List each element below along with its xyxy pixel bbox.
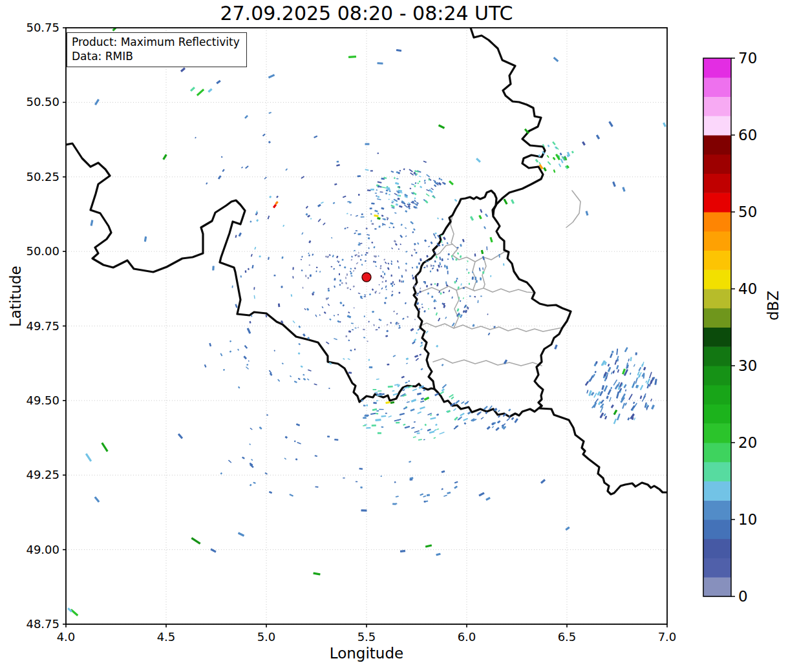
x-axis-label: Longitude <box>66 645 667 662</box>
colorbar-segment <box>703 269 731 289</box>
y-tick-label: 49.25 <box>26 468 59 481</box>
colorbar-segment <box>703 346 731 366</box>
colorbar-segment <box>703 443 731 462</box>
colorbar-segment <box>703 135 731 154</box>
y-tick-label: 49.75 <box>26 319 59 333</box>
colorbar-segment <box>703 481 731 501</box>
colorbar-segment <box>703 174 731 193</box>
colorbar-segment <box>703 500 731 520</box>
colorbar-segment <box>703 423 731 443</box>
notable-echoes <box>67 26 666 616</box>
country-border <box>414 191 571 417</box>
colorbar-tick-label: 40 <box>738 280 757 297</box>
east-cluster <box>585 347 657 424</box>
colorbar-segment <box>703 251 731 270</box>
y-tick-label: 50.25 <box>26 170 59 184</box>
colorbar-tick-label: 20 <box>738 434 757 451</box>
colorbar-segment <box>703 328 731 347</box>
district-borders <box>414 191 580 366</box>
colorbar-segment <box>703 558 731 578</box>
x-tick-label: 7.0 <box>658 630 677 644</box>
district-border <box>451 215 454 244</box>
colorbar-tick-label: 10 <box>738 511 757 528</box>
x-tick-label: 5.0 <box>257 630 276 644</box>
colorbar-segment <box>703 58 731 78</box>
colorbar-segment <box>703 116 731 135</box>
colorbar-tick-label: 30 <box>738 357 757 374</box>
nne-cluster <box>370 169 444 209</box>
colorbar-segment <box>703 404 731 424</box>
colorbar-tick-label: 60 <box>738 127 757 143</box>
grid-layer <box>66 28 667 624</box>
wsw-arc <box>204 341 306 389</box>
x-tick-labels: 4.04.55.05.56.06.57.0 <box>57 624 677 644</box>
radar-mid-field <box>232 152 505 391</box>
nw-sparse <box>195 112 317 185</box>
colorbar-segment <box>703 193 731 212</box>
colorbar-tick-label: 50 <box>738 204 757 220</box>
x-tick-label: 5.5 <box>357 630 376 644</box>
y-tick-label: 50.75 <box>26 21 59 34</box>
colorbar-segment <box>703 366 731 385</box>
colorbar-segment <box>703 577 731 596</box>
district-border <box>566 191 580 227</box>
colorbar-segment <box>703 78 731 97</box>
product-info-line: Product: Maximum Reflectivity <box>72 35 240 49</box>
district-border <box>419 323 562 331</box>
north-cluster <box>347 189 414 238</box>
colorbar-segment <box>703 308 731 328</box>
district-border <box>433 359 542 366</box>
radar-site-marker <box>362 273 371 282</box>
axes-layer: 4.04.55.05.56.06.57.048.7549.0049.2549.5… <box>26 21 676 644</box>
figure-title: 27.09.2025 08:20 - 08:24 UTC <box>66 3 667 25</box>
south-cluster <box>361 382 469 441</box>
s-far-sparse <box>356 461 458 505</box>
colorbar-segment <box>703 385 731 404</box>
y-tick-label: 48.75 <box>26 617 59 631</box>
colorbar-segment <box>703 97 731 116</box>
colorbar: 010203040506070 <box>703 50 757 605</box>
colorbar-segment <box>703 212 731 231</box>
colorbar-tick-labels: 010203040506070 <box>731 50 757 605</box>
colorbar-segment <box>703 154 731 174</box>
ssw-sparse <box>220 414 345 497</box>
country-border <box>471 28 545 215</box>
y-tick-label: 50.50 <box>26 95 59 109</box>
colorbar-tick-label: 0 <box>738 588 748 605</box>
y-tick-label: 50.00 <box>26 244 59 258</box>
x-tick-label: 6.0 <box>458 630 476 644</box>
data-source-line: Data: RMIB <box>72 49 240 63</box>
colorbar-segment <box>703 231 731 251</box>
colorbar-segment <box>703 539 731 558</box>
colorbar-segment <box>703 289 731 308</box>
x-tick-label: 6.5 <box>558 630 577 644</box>
y-tick-label: 49.50 <box>26 394 59 407</box>
x-tick-label: 4.0 <box>57 630 76 644</box>
lux-north-speckle <box>416 235 485 319</box>
colorbar-tick-label: 70 <box>738 50 757 67</box>
x-tick-label: 4.5 <box>157 630 176 644</box>
echo-layer <box>67 26 666 616</box>
colorbar-segment <box>703 520 731 539</box>
colorbar-segment <box>703 462 731 481</box>
y-tick-label: 49.00 <box>26 543 59 556</box>
country-border <box>540 406 667 494</box>
radar-reflectivity-map: 4.04.55.05.56.06.57.048.7549.0049.2549.5… <box>0 0 788 672</box>
y-tick-labels: 48.7549.0049.2549.5049.7550.0050.2550.50… <box>26 21 66 631</box>
district-border <box>473 262 476 291</box>
product-info-box: Product: Maximum Reflectivity Data: RMIB <box>67 32 247 67</box>
